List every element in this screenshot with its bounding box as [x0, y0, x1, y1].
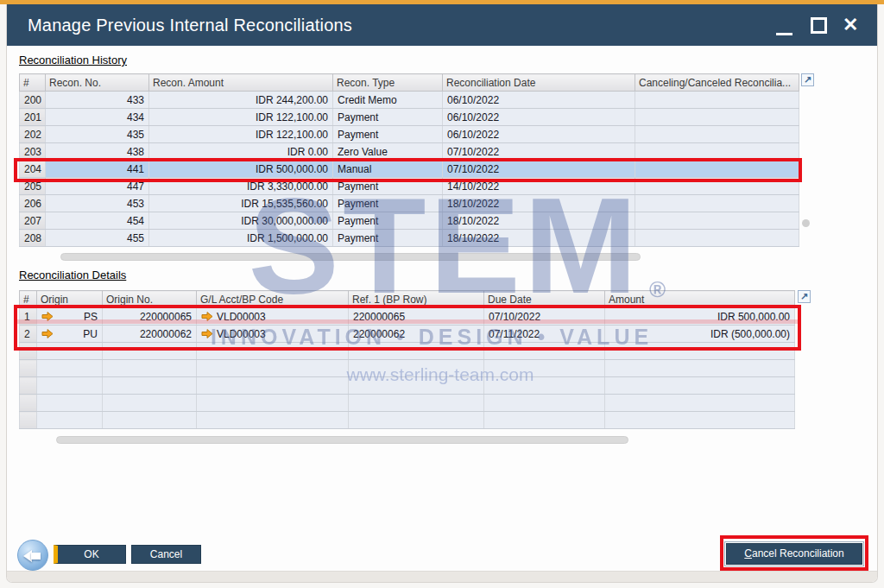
details-cell-empty[interactable]	[484, 360, 605, 377]
history-cell-rownum[interactable]: 205	[20, 178, 46, 195]
history-cell-rownum[interactable]: 207	[20, 212, 46, 230]
details-cell-empty[interactable]	[349, 412, 484, 429]
details-cell-ref1[interactable]: 220000065	[349, 308, 484, 326]
history-row[interactable]: 203438IDR 0.00Zero Value07/10/2022	[20, 143, 799, 161]
details-cell-origin-no[interactable]: 220000062	[103, 326, 197, 343]
link-arrow-icon[interactable]	[201, 329, 213, 338]
history-cell-canceling[interactable]	[635, 195, 799, 212]
cancel-reconciliation-button[interactable]: Cancel Reconciliation	[726, 543, 862, 565]
history-cell-rownum[interactable]: 200	[20, 92, 46, 109]
details-cell-rownum[interactable]: 1	[20, 308, 37, 326]
link-arrow-icon[interactable]	[41, 329, 54, 338]
details-cell-empty[interactable]	[349, 343, 484, 360]
link-arrow-icon[interactable]	[201, 312, 213, 321]
history-row[interactable]: 202435IDR 122,100.00Payment06/10/2022	[20, 126, 799, 143]
details-cell-rownum[interactable]	[20, 343, 37, 360]
close-button[interactable]: ✕	[837, 4, 867, 46]
details-cell-rownum[interactable]	[20, 412, 37, 429]
history-cell-type[interactable]: Payment	[333, 212, 443, 230]
history-cell-canceling[interactable]	[635, 126, 799, 143]
details-cell-empty[interactable]	[197, 360, 349, 377]
history-cell-recon-no[interactable]: 447	[46, 178, 149, 195]
link-arrow-icon[interactable]	[41, 312, 54, 321]
details-cell-empty[interactable]	[349, 360, 484, 377]
history-cell-amount[interactable]: IDR 244,200.00	[149, 92, 333, 109]
history-cell-canceling[interactable]	[635, 178, 799, 195]
history-cell-date[interactable]: 06/10/2022	[443, 126, 635, 143]
history-cell-recon-no[interactable]: 434	[46, 109, 149, 126]
history-cell-date[interactable]: 14/10/2022	[443, 178, 635, 195]
details-cell-empty[interactable]	[605, 343, 795, 360]
details-cell-empty[interactable]	[349, 377, 484, 395]
history-cell-type[interactable]: Payment	[333, 109, 443, 126]
details-empty-row[interactable]	[20, 377, 795, 395]
details-row[interactable]: 2PU220000062VLD0000322000006207/11/2022I…	[20, 326, 795, 343]
history-cell-rownum[interactable]: 202	[20, 126, 46, 143]
details-cell-empty[interactable]	[103, 343, 197, 360]
back-button[interactable]	[17, 540, 48, 571]
details-cell-due-date[interactable]: 07/11/2022	[484, 326, 605, 343]
details-empty-row[interactable]	[20, 412, 795, 429]
history-cell-type[interactable]: Payment	[333, 195, 443, 212]
details-cell-empty[interactable]	[197, 412, 349, 429]
details-empty-row[interactable]	[20, 395, 795, 412]
history-cell-date[interactable]: 06/10/2022	[443, 92, 635, 109]
history-cell-canceling[interactable]	[635, 143, 799, 161]
history-cell-date[interactable]: 07/10/2022	[443, 143, 635, 161]
details-cell-empty[interactable]	[484, 395, 605, 412]
history-cell-date[interactable]: 07/10/2022	[443, 161, 635, 178]
history-cell-amount[interactable]: IDR 15,535,560.00	[149, 195, 333, 212]
details-cell-gl-code[interactable]: VLD00003	[197, 326, 349, 343]
details-cell-empty[interactable]	[605, 395, 795, 412]
history-row[interactable]: 205447IDR 3,330,000.00Payment14/10/2022	[20, 178, 799, 195]
details-cell-empty[interactable]	[37, 395, 103, 412]
history-cell-canceling[interactable]	[635, 230, 799, 247]
history-cell-canceling[interactable]	[635, 212, 799, 230]
details-row[interactable]: 1PS220000065VLD0000322000006507/10/2022I…	[20, 308, 795, 326]
history-vertical-scroll-dot[interactable]	[802, 219, 810, 227]
history-cell-type[interactable]: Credit Memo	[333, 92, 443, 109]
details-cell-amount[interactable]: IDR (500,000.00)	[605, 326, 795, 343]
details-cell-amount[interactable]: IDR 500,000.00	[605, 308, 795, 326]
history-cell-amount[interactable]: IDR 30,000,000.00	[149, 212, 333, 230]
history-row[interactable]: 206453IDR 15,535,560.00Payment18/10/2022	[20, 195, 799, 212]
history-cell-date[interactable]: 18/10/2022	[443, 212, 635, 230]
details-empty-row[interactable]	[20, 343, 795, 360]
history-cell-amount[interactable]: IDR 500,000.00	[149, 161, 333, 178]
details-expand-grid-icon[interactable]: ↗	[798, 290, 811, 303]
history-expand-grid-icon[interactable]: ↗	[801, 73, 814, 86]
details-cell-empty[interactable]	[103, 360, 197, 377]
history-cell-type[interactable]: Payment	[333, 178, 443, 195]
history-cell-recon-no[interactable]: 441	[46, 161, 149, 178]
details-cell-empty[interactable]	[37, 343, 103, 360]
history-cell-date[interactable]: 06/10/2022	[443, 109, 635, 126]
history-cell-amount[interactable]: IDR 3,330,000.00	[149, 178, 333, 195]
details-cell-empty[interactable]	[605, 412, 795, 429]
details-cell-empty[interactable]	[484, 343, 605, 360]
history-cell-recon-no[interactable]: 438	[46, 143, 149, 161]
history-cell-amount[interactable]: IDR 122,100.00	[149, 109, 333, 126]
history-cell-recon-no[interactable]: 435	[46, 126, 149, 143]
details-horizontal-scrollbar[interactable]	[56, 436, 628, 444]
details-cell-empty[interactable]	[37, 377, 103, 395]
history-cell-canceling[interactable]	[635, 109, 799, 126]
history-cell-recon-no[interactable]: 453	[46, 195, 149, 212]
history-cell-recon-no[interactable]: 454	[46, 212, 149, 230]
history-row[interactable]: 208455IDR 1,500,000.00Payment18/10/2022	[20, 230, 799, 247]
history-horizontal-scrollbar[interactable]	[60, 253, 641, 261]
details-cell-empty[interactable]	[197, 395, 349, 412]
history-cell-type[interactable]: Payment	[333, 230, 443, 247]
minimize-button[interactable]	[770, 4, 799, 46]
details-cell-empty[interactable]	[103, 412, 197, 429]
details-cell-empty[interactable]	[37, 412, 103, 429]
history-row[interactable]: 207454IDR 30,000,000.00Payment18/10/2022	[20, 212, 799, 230]
details-cell-rownum[interactable]: 2	[20, 326, 37, 343]
history-cell-amount[interactable]: IDR 0.00	[149, 143, 333, 161]
history-cell-rownum[interactable]: 208	[20, 230, 46, 247]
history-cell-canceling[interactable]	[635, 161, 799, 178]
history-cell-recon-no[interactable]: 433	[46, 92, 149, 109]
history-cell-type[interactable]: Manual	[333, 161, 443, 178]
history-cell-rownum[interactable]: 203	[20, 143, 46, 161]
details-cell-origin[interactable]: PS	[37, 308, 103, 326]
history-cell-recon-no[interactable]: 455	[46, 230, 149, 247]
